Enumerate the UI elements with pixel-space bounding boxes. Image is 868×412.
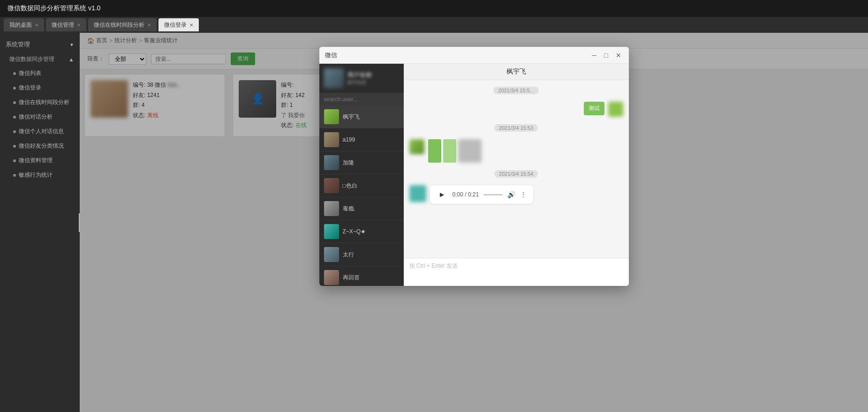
modal-minimize-btn[interactable]: ─ <box>590 52 598 59</box>
contact-item-6-avatar <box>324 247 339 262</box>
tab-0-label: 我的桌面 <box>9 21 32 29</box>
sidebar-item-wechat-login-label: 微信登录 <box>19 84 41 92</box>
content-area: 🏠 首页 > 统计分析 > 客服业绩统计 筛查： 全部 查询 编号: 38 微信… <box>80 33 868 412</box>
sidebar-item-wechat-profile-label: 微信资料管理 <box>19 157 53 165</box>
sidebar-item-wechat-personal-label: 微信个人对话信息 <box>19 127 64 135</box>
sidebar-item-wechat-profile[interactable]: 微信资料管理 <box>0 153 80 168</box>
sidebar-item-wechat-list[interactable]: 微信列表 <box>0 66 80 81</box>
audio-sender-avatar <box>409 185 426 202</box>
sidebar-dot <box>13 116 16 119</box>
contact-item-2[interactable]: 加隆 <box>319 151 404 174</box>
search-input[interactable] <box>319 93 404 105</box>
sidebar-dot <box>13 101 16 104</box>
contact-header: 用户名称 账号信息 <box>319 64 404 93</box>
contact-item-0-name: 枫宇飞 <box>343 113 360 121</box>
contact-item-1-avatar <box>324 132 339 147</box>
sidebar-item-wechat-online[interactable]: 微信在线时间段分析 <box>0 95 80 110</box>
image-1 <box>428 139 441 163</box>
audio-more-icon[interactable]: ⋮ <box>520 191 527 198</box>
contact-panel: 用户名称 账号信息 枫宇飞 <box>319 64 404 286</box>
tab-1[interactable]: 微信管理 ✕ <box>46 18 86 31</box>
contact-item-3-avatar <box>324 178 339 193</box>
sidebar-section-system-label: 系统管理 <box>6 40 30 49</box>
date-divider-3: 2021/3/4 15:54 <box>494 170 538 178</box>
contact-item-0[interactable]: 枫宇飞 <box>319 105 404 128</box>
sidebar-dot <box>13 72 16 75</box>
tab-3[interactable]: 微信登录 ✕ <box>159 18 199 31</box>
tab-0-close[interactable]: ✕ <box>35 22 38 28</box>
received-avatar-1 <box>409 139 424 154</box>
chat-input-hint: 按 Ctrl + Enter 发送 <box>409 262 458 270</box>
sent-avatar-1 <box>608 102 623 117</box>
sidebar-item-wechat-friends-label: 微信好友分类情况 <box>19 142 64 150</box>
main-layout: 系统管理 ▼ 微信数据同步管理 ▲ 微信列表 微信登录 微信在线时间段分析 微信… <box>0 33 868 412</box>
sidebar-dot <box>13 87 16 90</box>
sidebar-item-wechat-sensitive[interactable]: 敏感行为统计 <box>0 168 80 182</box>
tab-3-close[interactable]: ✕ <box>189 22 193 28</box>
contact-item-6[interactable]: 太行 <box>319 243 404 266</box>
contact-item-5-name: Z~X~Q★ <box>343 228 366 235</box>
sidebar-item-wechat-friends[interactable]: 微信好友分类情况 <box>0 139 80 153</box>
tab-2[interactable]: 微信在线时间段分析 ✕ <box>88 18 157 31</box>
audio-player[interactable]: ▶ 0:00 / 0:21 🔊 ⋮ <box>430 185 533 204</box>
contact-item-7-avatar <box>324 270 339 285</box>
sidebar-section-wechat-label: 微信数据同步管理 <box>9 55 54 63</box>
sidebar-dot <box>13 145 16 148</box>
sidebar-item-wechat-dialog[interactable]: 微信对话分析 <box>0 110 80 124</box>
app-title: 微信数据同步分析管理系统 v1.0 <box>8 4 100 13</box>
sidebar-section-wechat[interactable]: 微信数据同步管理 ▲ <box>0 52 80 66</box>
date-divider-2: 2021/3/4 15:53 <box>494 124 538 132</box>
audio-volume-icon[interactable]: 🔊 <box>507 191 515 198</box>
tab-2-label: 微信在线时间段分析 <box>94 21 144 29</box>
contact-item-2-name: 加隆 <box>343 159 354 167</box>
contact-item-7[interactable]: 再回首 <box>319 266 404 286</box>
top-bar: 微信数据同步分析管理系统 v1.0 <box>0 0 868 17</box>
sidebar-section-system[interactable]: 系统管理 ▼ <box>0 37 80 52</box>
tab-2-close[interactable]: ✕ <box>147 22 151 28</box>
tab-1-close[interactable]: ✕ <box>77 22 81 28</box>
modal-maximize-btn[interactable]: □ <box>602 52 610 59</box>
message-row-sent-1: 测试 <box>409 102 623 117</box>
contact-item-0-avatar <box>324 109 339 124</box>
sidebar-item-wechat-login[interactable]: 微信登录 <box>0 81 80 95</box>
modal-header: 微信 ─ □ ✕ <box>319 47 629 64</box>
message-row-received-1 <box>409 139 623 163</box>
sidebar-dot <box>13 159 16 162</box>
date-divider-1: 2021/3/4 15:5... <box>493 87 538 94</box>
modal-close-btn[interactable]: ✕ <box>614 52 623 59</box>
message-row-audio: ▶ 0:00 / 0:21 🔊 ⋮ <box>409 185 623 204</box>
contact-item-5-avatar <box>324 224 339 239</box>
chat-messages: 2021/3/4 15:5... 测试 2021/3/4 15:53 <box>404 80 629 258</box>
modal-overlay[interactable]: 微信 ─ □ ✕ 用户名称 <box>80 33 868 412</box>
contact-item-3-name: □色白 <box>343 182 357 190</box>
audio-progress[interactable] <box>483 194 502 195</box>
contact-item-6-name: 太行 <box>343 251 354 259</box>
received-images <box>428 139 482 163</box>
tab-3-label: 微信登录 <box>164 21 187 29</box>
contact-item-1-name: a199 <box>343 136 355 143</box>
chat-input-area: 按 Ctrl + Enter 发送 <box>404 258 629 286</box>
tab-0[interactable]: 我的桌面 ✕ <box>4 18 44 31</box>
audio-play-btn[interactable]: ▶ <box>437 189 448 200</box>
contact-header-name: 用户名称 <box>347 71 399 79</box>
modal-body: 用户名称 账号信息 枫宇飞 <box>319 64 629 286</box>
image-2 <box>443 139 456 163</box>
contact-item-7-name: 再回首 <box>343 274 360 282</box>
contact-item-4-avatar <box>324 201 339 216</box>
sidebar-section-system-chevron: ▼ <box>69 42 74 47</box>
contact-header-sub: 账号信息 <box>347 79 399 86</box>
contact-item-5[interactable]: Z~X~Q★ <box>319 220 404 243</box>
modal-controls: ─ □ ✕ <box>590 52 623 59</box>
contact-item-3[interactable]: □色白 <box>319 174 404 197</box>
contact-item-4[interactable]: 毒瘾. <box>319 197 404 220</box>
sidebar-section-wechat-chevron: ▲ <box>68 56 74 63</box>
audio-time: 0:00 / 0:21 <box>453 191 479 198</box>
sidebar-item-wechat-personal[interactable]: 微信个人对话信息 <box>0 124 80 139</box>
contact-item-1[interactable]: a199 <box>319 128 404 151</box>
sidebar-dot <box>13 174 16 177</box>
sidebar-item-wechat-online-label: 微信在线时间段分析 <box>19 98 69 106</box>
received-avatar-2 <box>458 139 482 163</box>
contact-header-info: 用户名称 账号信息 <box>347 71 399 86</box>
tab-bar: 我的桌面 ✕ 微信管理 ✕ 微信在线时间段分析 ✕ 微信登录 ✕ <box>0 17 868 33</box>
sidebar-item-wechat-sensitive-label: 敏感行为统计 <box>19 171 53 179</box>
